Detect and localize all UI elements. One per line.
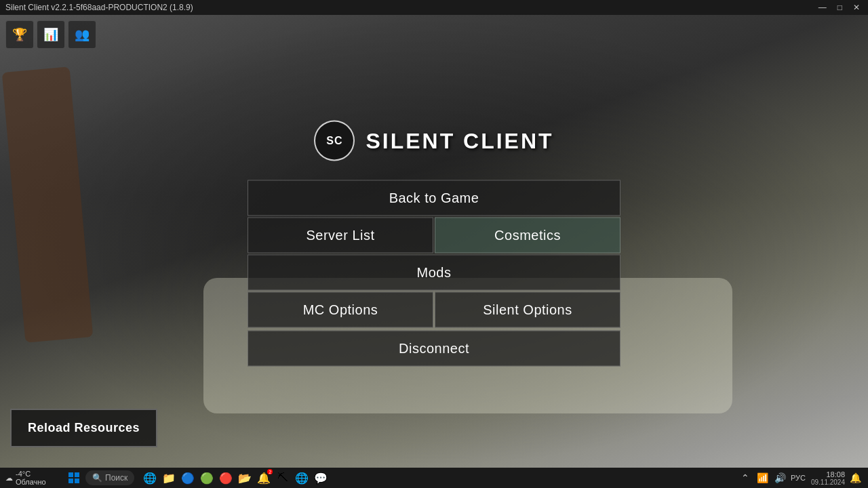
taskbar-app-browser2[interactable]: 🌐: [293, 469, 311, 487]
time-display: 18:08: [811, 470, 845, 479]
server-list-button[interactable]: Server List: [248, 218, 433, 253]
system-tray: ⌃ 📶 🔊 РУС 18:08 09.11.2024 🔔: [738, 470, 863, 486]
title-bar: Silent Client v2.2.1-5f68aad-PRODUCTION2…: [0, 0, 868, 15]
logo-title: SILENT CLIENT: [366, 128, 553, 153]
search-label: Поиск: [105, 473, 127, 483]
weather-icon: ☁: [5, 474, 13, 483]
search-icon: 🔍: [92, 473, 102, 483]
taskbar-app-mc[interactable]: ⛏: [274, 469, 292, 487]
taskbar-app-red[interactable]: 🔴: [217, 469, 235, 487]
logo-icon: SC: [314, 121, 355, 161]
taskbar-app-edge[interactable]: 🔵: [179, 469, 197, 487]
logo: SC SILENT CLIENT: [314, 121, 553, 161]
back-to-game-button[interactable]: Back to Game: [248, 180, 620, 216]
taskbar-search[interactable]: 🔍 Поиск: [85, 470, 134, 485]
window-title: Silent Client v2.2.1-5f68aad-PRODUCTION2…: [5, 3, 193, 12]
taskbar-app-files[interactable]: 📂: [236, 469, 254, 487]
trophy-button[interactable]: 🏆: [5, 20, 34, 49]
cosmetics-button[interactable]: Cosmetics: [435, 218, 620, 253]
svg-rect-3: [75, 479, 79, 483]
row-server-cosmetics: Server List Cosmetics: [248, 218, 620, 253]
taskbar-app-2[interactable]: 📁: [160, 469, 178, 487]
friends-button[interactable]: 👥: [68, 20, 96, 49]
weather-temp: -4°C: [16, 470, 46, 478]
network-icon[interactable]: 📶: [755, 470, 770, 485]
taskbar-app-discord[interactable]: 💬: [312, 469, 330, 487]
window-controls[interactable]: — □ ✕: [816, 3, 863, 12]
disconnect-button[interactable]: Disconnect: [248, 331, 620, 367]
taskbar: ☁ -4°C Облачно 🔍 Поиск 🌐 📁 🔵 🟢 🔴 📂 🔔2 ⛏ …: [0, 468, 868, 488]
reload-resources-button[interactable]: Reload Resources: [10, 409, 157, 447]
taskbar-clock: 18:08 09.11.2024: [811, 470, 845, 486]
close-button[interactable]: ✕: [850, 3, 863, 12]
mods-button[interactable]: Mods: [248, 255, 620, 291]
tray-expand[interactable]: ⌃: [738, 470, 753, 485]
taskbar-app-chrome[interactable]: 🟢: [198, 469, 216, 487]
taskbar-app-notification[interactable]: 🔔2: [255, 469, 273, 487]
language-indicator: РУС: [791, 470, 806, 485]
weather-widget: ☁ -4°C Облачно: [5, 470, 60, 486]
silent-options-button[interactable]: Silent Options: [435, 292, 620, 328]
maximize-button[interactable]: □: [835, 3, 845, 12]
weather-details: -4°C Облачно: [16, 470, 46, 486]
weather-desc: Облачно: [16, 478, 46, 486]
mc-options-button[interactable]: MC Options: [248, 292, 433, 328]
taskbar-app-1[interactable]: 🌐: [141, 469, 159, 487]
start-button[interactable]: [66, 470, 81, 485]
svg-rect-0: [68, 472, 73, 477]
notification-button[interactable]: 🔔: [848, 470, 863, 485]
main-menu: SC SILENT CLIENT Back to Game Server Lis…: [248, 121, 620, 368]
row-options: MC Options Silent Options: [248, 292, 620, 328]
svg-rect-1: [75, 472, 79, 477]
stats-button[interactable]: 📊: [37, 20, 65, 49]
toolbar: 🏆 📊 👥: [0, 15, 102, 54]
taskbar-apps: 🌐 📁 🔵 🟢 🔴 📂 🔔2 ⛏ 🌐 💬: [141, 469, 330, 487]
volume-icon[interactable]: 🔊: [773, 470, 788, 485]
date-display: 09.11.2024: [811, 479, 845, 486]
svg-rect-2: [68, 479, 73, 483]
minimize-button[interactable]: —: [816, 3, 829, 12]
